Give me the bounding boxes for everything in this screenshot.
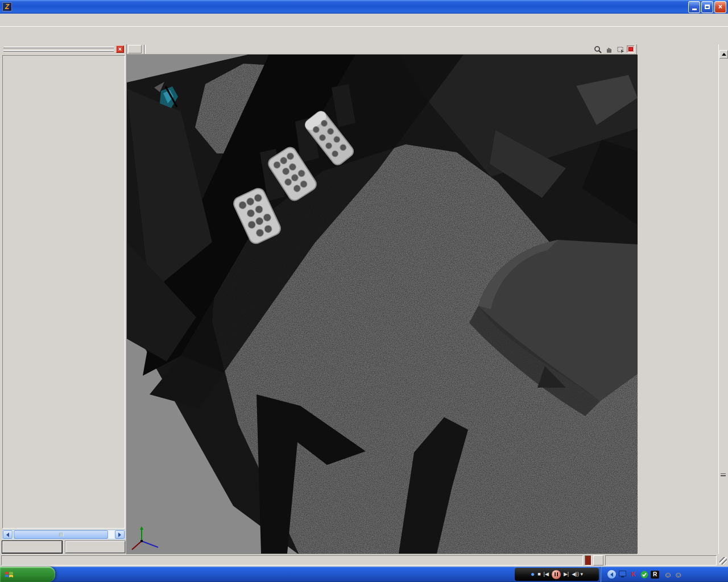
hide-all-button[interactable]	[65, 541, 125, 553]
scrollbar-thumb[interactable]	[14, 530, 108, 539]
r-app-icon[interactable]: R	[651, 571, 659, 579]
grip-ridge	[3, 47, 114, 48]
qip-status-icon[interactable]: ☺	[674, 571, 682, 579]
system-tray: K R ☺ ☺	[600, 567, 728, 582]
horizontal-scrollbar[interactable]	[2, 530, 125, 539]
zmodeler-app-icon: Z	[2, 2, 12, 11]
maximize-icon	[705, 5, 710, 9]
display-settings-icon[interactable]	[618, 571, 627, 579]
panel-grip[interactable]: ×	[2, 45, 125, 55]
scroll-right-icon[interactable]	[115, 530, 125, 539]
windows-flag-icon	[5, 570, 14, 579]
app-window: Z × ×	[0, 0, 728, 582]
grip-ridge	[3, 50, 114, 52]
toolbar	[0, 27, 728, 44]
scene-tree-panel: ×	[0, 44, 126, 554]
panel-close-icon[interactable]: ×	[116, 45, 124, 53]
volume-icon[interactable]: ◀)) ▾	[572, 572, 583, 577]
orbit-tool-icon[interactable]	[615, 45, 625, 53]
cursor-coordinates	[605, 555, 717, 566]
status-message	[1, 555, 583, 566]
auto-button[interactable]	[593, 555, 603, 566]
agent-online-icon[interactable]	[640, 571, 648, 579]
scene-tree	[2, 55, 125, 529]
maximize-button[interactable]	[701, 1, 713, 13]
viewport-canvas[interactable]	[127, 55, 636, 554]
command-list	[637, 44, 718, 554]
title-bar: Z ×	[0, 0, 728, 14]
kaspersky-icon[interactable]: K	[629, 571, 638, 579]
command-panel	[637, 44, 728, 554]
tray-collapse-chevron-icon[interactable]	[607, 570, 616, 579]
previous-track-icon[interactable]: |◀	[544, 572, 549, 577]
status-bar	[0, 554, 728, 567]
selected-mode-indicator	[585, 555, 592, 566]
scrollbar-track[interactable]	[13, 530, 115, 539]
start-button[interactable]	[0, 567, 55, 582]
viewport	[126, 44, 637, 554]
minimize-icon	[692, 9, 697, 10]
viewport-mode-button[interactable]	[128, 45, 142, 53]
taskbar: ● ■ |◀ ▶| ◀)) ▾ K R ☺ ☺	[0, 567, 728, 582]
scrollbar-grip[interactable]	[721, 473, 726, 476]
pan-tool-icon[interactable]	[604, 45, 614, 53]
panel-scrollbar[interactable]	[718, 44, 728, 554]
viewport-header	[127, 44, 636, 55]
stop-icon[interactable]: ■	[537, 572, 540, 577]
maximize-viewport-icon[interactable]	[627, 45, 635, 53]
taskbar-tasks	[55, 567, 514, 582]
tree-buttons	[2, 541, 125, 554]
close-button[interactable]: ×	[714, 1, 726, 13]
main-area: ×	[0, 44, 728, 554]
separator	[144, 45, 146, 54]
scroll-left-icon[interactable]	[3, 530, 13, 539]
zoom-tool-icon[interactable]	[593, 45, 602, 53]
minimize-button[interactable]	[688, 1, 700, 13]
scroll-up-icon[interactable]	[719, 50, 728, 59]
pause-icon[interactable]	[552, 570, 561, 579]
menu-bar	[0, 14, 728, 27]
next-track-icon[interactable]: ▶|	[564, 572, 569, 577]
resize-grip-icon[interactable]	[719, 557, 727, 564]
qip-status-icon[interactable]: ☺	[664, 571, 672, 579]
show-all-button[interactable]	[2, 541, 62, 553]
media-logo-icon: ●	[531, 572, 535, 577]
3d-scene	[127, 55, 638, 554]
media-player-toolbar[interactable]: ● ■ |◀ ▶| ◀)) ▾	[515, 568, 599, 581]
